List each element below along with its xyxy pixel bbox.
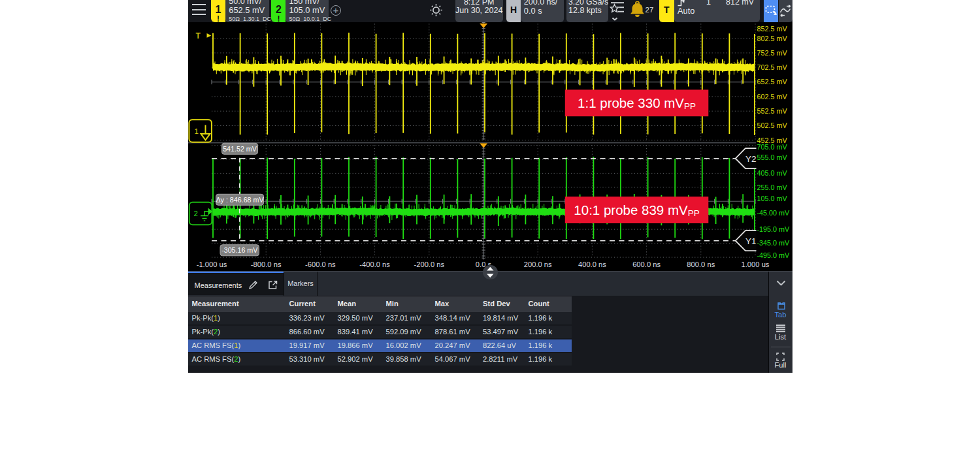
svg-text:502.5 mV: 502.5 mV xyxy=(757,121,788,129)
svg-text:702.5 mV: 702.5 mV xyxy=(757,63,788,71)
svg-text:2: 2 xyxy=(194,210,198,217)
svg-text:Y2: Y2 xyxy=(745,154,757,164)
svg-text:552.5 mV: 552.5 mV xyxy=(757,107,788,115)
svg-text:200.0 ns: 200.0 ns xyxy=(524,260,552,268)
svg-text:800.0 ns: 800.0 ns xyxy=(687,260,715,268)
svg-text:555.0 mV: 555.0 mV xyxy=(757,153,788,161)
svg-text:652.5 mV: 652.5 mV xyxy=(757,78,788,86)
svg-text:802.5 mV: 802.5 mV xyxy=(757,35,788,42)
svg-text:105.0 mV: 105.0 mV xyxy=(757,195,788,202)
svg-text:752.5 mV: 752.5 mV xyxy=(757,49,788,57)
svg-text:705.0 mV: 705.0 mV xyxy=(757,143,788,151)
svg-text:1:1 probe 330 mVPP: 1:1 probe 330 mVPP xyxy=(578,95,696,111)
svg-text:-800.0 ns: -800.0 ns xyxy=(251,260,282,268)
svg-text:-45.00 mV: -45.00 mV xyxy=(757,209,791,217)
svg-text:10:1 probe 839 mVPP: 10:1 probe 839 mVPP xyxy=(574,202,699,218)
svg-text:400.0 ns: 400.0 ns xyxy=(578,260,606,268)
svg-text:541.52 mV: 541.52 mV xyxy=(223,145,257,153)
svg-text:-495.0 mV: -495.0 mV xyxy=(757,251,791,259)
svg-text:405.0 mV: 405.0 mV xyxy=(757,169,788,177)
svg-text:-400.0 ns: -400.0 ns xyxy=(359,260,390,268)
svg-text:852.5 mV: 852.5 mV xyxy=(757,25,788,33)
svg-text:-195.0 mV: -195.0 mV xyxy=(757,225,791,233)
svg-text:-1.000 us: -1.000 us xyxy=(197,260,227,268)
svg-text:1: 1 xyxy=(195,127,199,135)
svg-text:1.000 us: 1.000 us xyxy=(742,260,770,268)
svg-text:-200.0 ns: -200.0 ns xyxy=(414,260,444,268)
svg-text:602.5 mV: 602.5 mV xyxy=(757,93,788,101)
svg-text:-305.16 mV: -305.16 mV xyxy=(221,246,258,254)
svg-text:600.0 ns: 600.0 ns xyxy=(632,260,661,268)
svg-text:T: T xyxy=(196,31,201,40)
svg-text:Δy : 846.68 mV: Δy : 846.68 mV xyxy=(216,196,264,204)
svg-text:Y1: Y1 xyxy=(745,236,757,246)
svg-text:-600.0 ns: -600.0 ns xyxy=(305,260,336,268)
svg-text:-345.0 mV: -345.0 mV xyxy=(757,239,791,247)
svg-text:255.0 mV: 255.0 mV xyxy=(757,183,788,191)
